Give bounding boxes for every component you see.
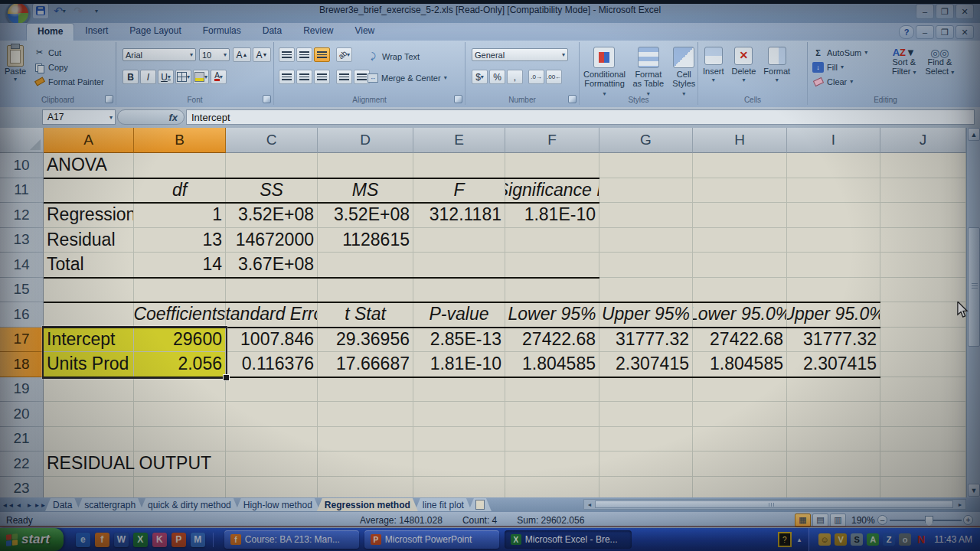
grid-cell-f22[interactable] [505, 452, 599, 477]
grid-cell-b20[interactable] [134, 402, 226, 427]
grid-cell-b21[interactable] [134, 427, 226, 452]
excel-icon[interactable]: X [133, 533, 148, 547]
grid-cell-a13[interactable]: Residual [44, 228, 134, 253]
grid-cell-b15[interactable] [134, 278, 226, 303]
column-header-f[interactable]: F [505, 128, 599, 153]
row-header-23[interactable]: 23 [0, 477, 44, 498]
decrease-decimal-button[interactable]: .00← [546, 70, 562, 84]
clear-button[interactable]: Clear▾ [812, 75, 867, 88]
speaker-tray-icon[interactable]: o [899, 533, 911, 546]
copy-button[interactable]: Copy [34, 60, 104, 73]
tab-formulas[interactable]: Formulas [192, 23, 252, 41]
excel-task-button[interactable]: XMicrosoft Excel - Bre... [505, 530, 632, 549]
grid-cell-e14[interactable] [413, 253, 505, 278]
grid-cell-i14[interactable] [787, 253, 880, 278]
grid-cell-f19[interactable] [505, 377, 599, 403]
grid-cell-i19[interactable] [787, 377, 880, 403]
comma-style-button[interactable]: , [507, 70, 523, 84]
fill-handle[interactable] [223, 374, 230, 381]
border-button[interactable]: ▾ [175, 70, 191, 84]
grid-cell-d10[interactable] [318, 153, 413, 178]
grid-cell-e21[interactable] [413, 427, 505, 452]
internet-explorer-icon[interactable]: e [76, 533, 90, 547]
conditional-formatting-button[interactable]: ConditionalFormatting ▾ [583, 47, 626, 99]
zoom-out-icon[interactable]: – [877, 515, 887, 525]
grid-cell-i16[interactable]: Upper 95.0% [787, 302, 880, 328]
grid-cell-j10[interactable] [880, 153, 966, 178]
bold-button[interactable]: B [122, 70, 139, 84]
grid-cell-i18[interactable]: 2.307415 [787, 352, 880, 377]
close-icon[interactable]: ✕ [956, 4, 974, 19]
grid-cell-c22[interactable] [226, 452, 318, 477]
grid-cell-g19[interactable] [599, 377, 693, 403]
window-restore-icon[interactable]: ❐ [936, 25, 954, 39]
previous-sheet-icon[interactable]: ◄ [14, 500, 24, 510]
grid-cell-d16[interactable]: t Stat [318, 302, 413, 328]
increase-decimal-button[interactable]: .0→ [528, 70, 544, 84]
grid-cell-g12[interactable] [599, 203, 693, 228]
row-header-22[interactable]: 22 [0, 452, 44, 477]
fill-color-button[interactable]: ▾ [193, 70, 209, 84]
grid-cell-e22[interactable] [413, 452, 505, 477]
help-tray-icon[interactable]: ? [778, 532, 792, 547]
grid-cell-d15[interactable] [318, 278, 413, 303]
grid-cell-g11[interactable] [599, 178, 693, 204]
grid-cell-j16[interactable] [880, 302, 966, 328]
grid-cell-d20[interactable] [318, 402, 413, 427]
sheet-tab-high-low-method[interactable]: High-low method [236, 498, 320, 511]
grid-cell-h17[interactable]: 27422.68 [693, 328, 787, 353]
grid-cell-i13[interactable] [787, 228, 880, 253]
row-header-18[interactable]: 18 [0, 352, 44, 377]
grid-cell-h20[interactable] [693, 402, 787, 427]
window-minimize-icon[interactable]: – [916, 25, 934, 39]
tab-view[interactable]: View [344, 23, 385, 41]
grid-cell-g14[interactable] [599, 253, 693, 278]
percent-style-button[interactable]: % [489, 70, 505, 84]
grid-cell-g21[interactable] [599, 427, 693, 452]
column-header-d[interactable]: D [318, 128, 413, 153]
grid-cell-a10[interactable]: ANOVA [44, 153, 134, 178]
tab-data[interactable]: Data [252, 23, 292, 41]
horizontal-scrollbar-thumb[interactable] [595, 500, 953, 508]
grid-cell-i11[interactable] [787, 178, 880, 204]
grid-cell-b13[interactable]: 13 [134, 228, 226, 253]
powerpoint-icon[interactable]: P [172, 533, 186, 547]
shrink-font-button[interactable]: A▼ [253, 47, 271, 62]
grid-cell-b14[interactable]: 14 [134, 253, 226, 278]
grid-cell-c14[interactable]: 3.67E+08 [226, 253, 318, 278]
grid-cell-e16[interactable]: P-value [413, 302, 505, 328]
grid-cell-e17[interactable]: 2.85E-13 [413, 328, 505, 353]
grid-cell-i17[interactable]: 31777.32 [787, 328, 880, 353]
grid-cell-d14[interactable] [318, 253, 413, 278]
grid-cell-a22[interactable]: RESIDUAL OUTPUT [44, 452, 134, 477]
grid-cell-d12[interactable]: 3.52E+08 [318, 203, 413, 228]
grid-cell-j15[interactable] [880, 278, 966, 303]
middle-align-button[interactable] [296, 47, 312, 62]
grid-cell-d22[interactable] [318, 452, 413, 477]
grid-cell-c16[interactable]: Standard Error [226, 302, 318, 328]
grid-cell-d21[interactable] [318, 427, 413, 452]
font-size-select[interactable]: 10▾ [199, 48, 230, 61]
fill-button[interactable]: ↓Fill▾ [812, 60, 867, 73]
scroll-right-icon[interactable]: ► [956, 500, 965, 508]
grid-cell-e19[interactable] [413, 377, 505, 403]
grid-cell-h23[interactable] [693, 477, 787, 498]
scroll-left-icon[interactable]: ◄ [585, 500, 594, 508]
grid-cell-h15[interactable] [693, 278, 787, 303]
row-header-13[interactable]: 13 [0, 228, 44, 253]
row-header-14[interactable]: 14 [0, 253, 44, 278]
grid-cell-f20[interactable] [505, 402, 599, 427]
grid-cell-e12[interactable]: 312.1181 [413, 203, 505, 228]
grid-cell-g16[interactable]: Upper 95% [599, 302, 693, 328]
start-button[interactable]: start [0, 528, 64, 551]
grid-cell-j18[interactable] [880, 352, 966, 377]
horizontal-scrollbar[interactable]: ◄ ► [583, 499, 966, 510]
grid-cell-c20[interactable] [226, 402, 318, 427]
italic-button[interactable]: I [140, 70, 156, 84]
grid-cell-f18[interactable]: 1.804585 [505, 352, 599, 377]
grid-cell-f16[interactable]: Lower 95% [505, 302, 599, 328]
grid-cell-e23[interactable] [413, 477, 505, 498]
grid-cell-d13[interactable]: 1128615 [318, 228, 413, 253]
grid-cell-h12[interactable] [693, 203, 787, 228]
grid-cell-e11[interactable]: F [413, 178, 505, 204]
